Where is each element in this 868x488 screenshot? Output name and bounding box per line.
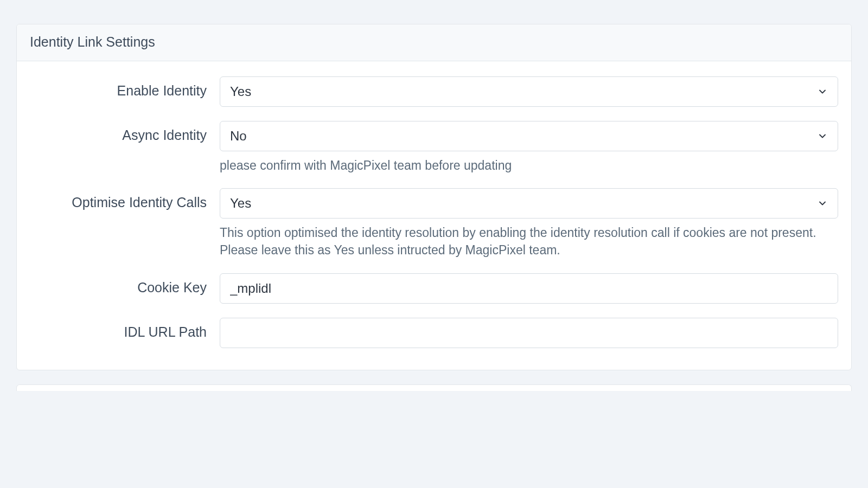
- select-enable-identity[interactable]: Yes: [220, 76, 838, 107]
- chevron-down-icon: [817, 198, 828, 209]
- panel-title: Identity Link Settings: [17, 24, 851, 61]
- input-cookie-key[interactable]: [220, 273, 838, 304]
- select-async-identity[interactable]: No: [220, 121, 838, 151]
- label-cookie-key: Cookie Key: [30, 273, 220, 296]
- select-async-identity-value: No: [230, 129, 247, 144]
- label-idl-url-path: IDL URL Path: [30, 318, 220, 340]
- next-panel-peek: [16, 384, 852, 391]
- row-idl-url-path: IDL URL Path: [30, 318, 838, 348]
- select-optimise-identity-calls[interactable]: Yes: [220, 188, 838, 219]
- chevron-down-icon: [817, 86, 828, 97]
- select-optimise-identity-calls-value: Yes: [230, 196, 251, 211]
- row-cookie-key: Cookie Key: [30, 273, 838, 304]
- row-async-identity: Async Identity No please confirm with Ma…: [30, 121, 838, 174]
- chevron-down-icon: [817, 131, 828, 142]
- panel-body: Enable Identity Yes Async Identity No: [17, 61, 851, 370]
- identity-link-settings-panel: Identity Link Settings Enable Identity Y…: [16, 24, 852, 370]
- label-optimise-identity-calls: Optimise Identity Calls: [30, 188, 220, 210]
- label-enable-identity: Enable Identity: [30, 76, 220, 99]
- label-async-identity: Async Identity: [30, 121, 220, 143]
- row-enable-identity: Enable Identity Yes: [30, 76, 838, 107]
- select-enable-identity-value: Yes: [230, 84, 251, 99]
- row-optimise-identity-calls: Optimise Identity Calls Yes This option …: [30, 188, 838, 259]
- input-idl-url-path[interactable]: [220, 318, 838, 348]
- help-optimise-identity-calls: This option optimised the identity resol…: [220, 224, 838, 259]
- help-async-identity: please confirm with MagicPixel team befo…: [220, 157, 838, 174]
